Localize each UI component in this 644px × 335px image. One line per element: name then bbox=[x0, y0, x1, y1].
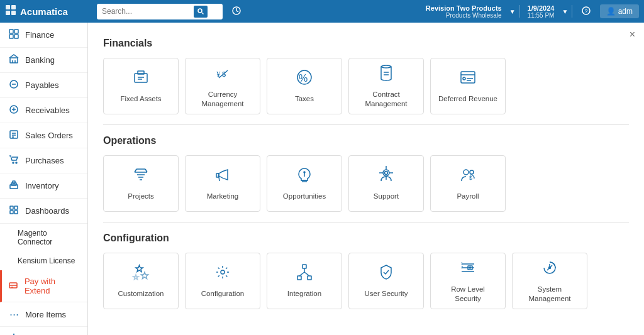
operations-card-grid: Projects Marketing bbox=[103, 155, 629, 212]
card-integration[interactable]: Integration bbox=[267, 253, 342, 309]
operations-section-title: Operations bbox=[103, 135, 629, 146]
customization-icon bbox=[132, 263, 150, 285]
logo-text: Acumatica bbox=[20, 6, 68, 17]
nav-separator-1 bbox=[519, 5, 520, 18]
contract-management-label: Contract Management bbox=[355, 90, 417, 109]
system-management-icon bbox=[541, 259, 558, 281]
svg-point-89 bbox=[549, 266, 551, 268]
sidebar-item-dashboards[interactable]: Dashboards bbox=[0, 199, 87, 224]
svg-line-77 bbox=[299, 272, 304, 276]
sidebar-item-inventory[interactable]: Inventory bbox=[0, 173, 87, 199]
marketing-icon bbox=[214, 166, 231, 188]
sidebar-item-magento-connector[interactable]: Magento Connector bbox=[0, 224, 87, 251]
sidebar-item-purchases[interactable]: Purchases bbox=[0, 148, 87, 173]
card-customization-main[interactable]: Customization bbox=[103, 253, 179, 309]
sidebar-item-kensium-license[interactable]: Kensium License bbox=[0, 251, 87, 270]
svg-rect-9 bbox=[9, 30, 13, 33]
support-icon bbox=[377, 166, 395, 188]
card-opportunities[interactable]: Opportunities bbox=[267, 155, 342, 212]
svg-rect-10 bbox=[14, 30, 18, 33]
card-currency-management[interactable]: ¥ $ Currency Management bbox=[185, 58, 260, 114]
card-configuration[interactable]: Configuration bbox=[185, 253, 260, 309]
svg-point-66 bbox=[304, 172, 305, 173]
card-row-level-security[interactable]: 1 2 Row Level Security bbox=[430, 253, 506, 309]
card-deferred-revenue[interactable]: Deferred Revenue bbox=[430, 58, 506, 114]
user-menu-button[interactable]: 👤 adm bbox=[600, 4, 639, 18]
card-taxes[interactable]: % Taxes bbox=[267, 58, 342, 114]
magento-connector-label: Magento Connector bbox=[18, 229, 52, 246]
customization-main-label: Customization bbox=[118, 289, 164, 299]
card-marketing[interactable]: Marketing bbox=[185, 155, 260, 212]
svg-rect-3 bbox=[11, 11, 16, 15]
sidebar-item-customization[interactable]: Customization bbox=[0, 327, 87, 335]
opportunities-icon bbox=[296, 166, 313, 188]
sidebar-item-payables[interactable]: Payables bbox=[0, 73, 87, 98]
search-bar[interactable] bbox=[97, 4, 223, 19]
svg-rect-30 bbox=[10, 206, 13, 209]
sidebar-item-banking[interactable]: Banking bbox=[0, 48, 87, 73]
svg-rect-73 bbox=[303, 265, 306, 268]
company-name: Revision Two Products bbox=[426, 4, 502, 12]
deferred-revenue-label: Deferred Revenue bbox=[438, 94, 497, 104]
card-user-security[interactable]: User Security bbox=[348, 253, 424, 309]
datetime-selector[interactable]: 1/9/2024 11:55 PM bbox=[524, 4, 558, 19]
logo-area[interactable]: Acumatica bbox=[5, 4, 93, 19]
search-button[interactable] bbox=[194, 6, 208, 18]
configuration-section-title: Configuration bbox=[103, 233, 629, 244]
svg-text:2: 2 bbox=[461, 265, 464, 269]
history-button[interactable] bbox=[226, 3, 247, 20]
sidebar-item-receivables-label: Receivables bbox=[25, 106, 70, 115]
row-level-security-icon: 1 2 bbox=[459, 259, 477, 281]
svg-point-69 bbox=[464, 170, 469, 175]
purchases-icon bbox=[8, 155, 20, 167]
close-button[interactable]: × bbox=[630, 29, 635, 40]
svg-line-78 bbox=[304, 272, 309, 276]
card-fixed-assets[interactable]: Fixed Assets bbox=[103, 58, 179, 114]
sidebar-item-payables-label: Payables bbox=[25, 80, 58, 90]
more-items-icon: ⋯ bbox=[8, 309, 20, 320]
sidebar: Finance Banking Payables bbox=[0, 23, 88, 335]
integration-icon bbox=[296, 263, 313, 285]
svg-point-72 bbox=[221, 270, 225, 274]
sales-orders-icon bbox=[8, 129, 20, 141]
deferred-revenue-icon bbox=[459, 69, 477, 91]
svg-rect-32 bbox=[10, 211, 13, 214]
svg-point-67 bbox=[383, 170, 389, 176]
taxes-label: Taxes bbox=[295, 94, 314, 104]
card-contract-management[interactable]: Contract Management bbox=[348, 58, 424, 114]
currency-management-label: Currency Management bbox=[192, 90, 253, 109]
acumatica-logo-icon bbox=[5, 4, 16, 19]
payroll-icon: $ bbox=[459, 166, 477, 188]
card-projects[interactable]: Projects bbox=[103, 155, 179, 212]
svg-point-71 bbox=[470, 170, 474, 174]
svg-rect-38 bbox=[138, 71, 144, 74]
sidebar-item-receivables[interactable]: Receivables bbox=[0, 98, 87, 123]
top-navigation: Acumatica Revision Two Products Products… bbox=[0, 0, 644, 23]
user-security-label: User Security bbox=[364, 289, 408, 299]
sidebar-item-more-items[interactable]: ⋯ More Items bbox=[0, 302, 87, 327]
card-system-management[interactable]: System Management bbox=[512, 253, 587, 309]
marketing-label: Marketing bbox=[207, 192, 239, 201]
fixed-assets-icon bbox=[132, 69, 150, 91]
sidebar-item-sales-orders[interactable]: Sales Orders bbox=[0, 123, 87, 148]
card-payroll[interactable]: $ Payroll bbox=[430, 155, 506, 212]
card-support[interactable]: Support bbox=[348, 155, 424, 212]
search-input[interactable] bbox=[102, 7, 190, 16]
company-selector[interactable]: Revision Two Products Products Wholesale bbox=[422, 4, 506, 19]
row-level-security-label: Row Level Security bbox=[437, 285, 499, 304]
integration-label: Integration bbox=[287, 289, 321, 299]
currency-management-icon: ¥ $ bbox=[214, 64, 231, 86]
help-button[interactable]: ? bbox=[576, 3, 596, 20]
company-dropdown-icon[interactable]: ▼ bbox=[509, 8, 516, 15]
svg-rect-75 bbox=[308, 276, 311, 280]
sidebar-item-sales-orders-label: Sales Orders bbox=[25, 131, 73, 140]
date-display: 1/9/2024 bbox=[528, 4, 555, 12]
sidebar-item-dashboards-label: Dashboards bbox=[25, 206, 69, 216]
system-management-label: System Management bbox=[519, 285, 580, 304]
more-items-label: More Items bbox=[25, 310, 66, 319]
sidebar-item-pay-with-extend[interactable]: Pay with Extend bbox=[0, 270, 87, 302]
sidebar-item-finance[interactable]: Finance bbox=[0, 23, 87, 48]
sidebar-item-banking-label: Banking bbox=[25, 55, 55, 65]
svg-rect-74 bbox=[297, 276, 301, 280]
datetime-dropdown-icon[interactable]: ▼ bbox=[562, 8, 568, 15]
